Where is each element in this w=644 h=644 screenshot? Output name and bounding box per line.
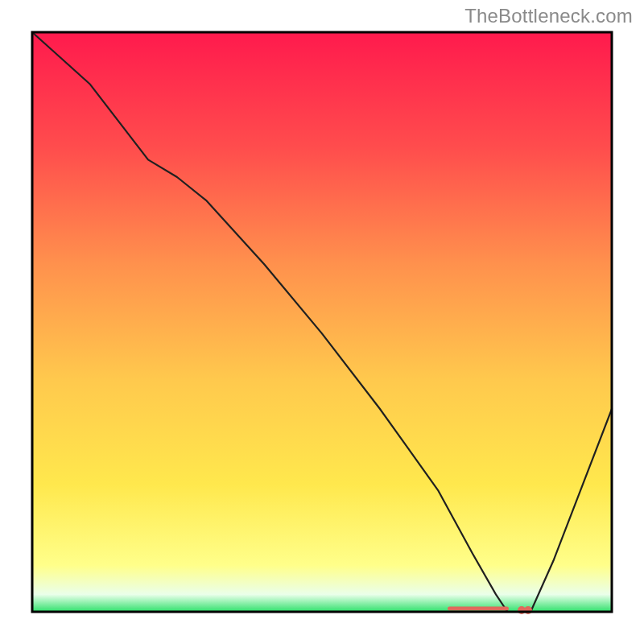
watermark: TheBottleneck.com [464, 5, 633, 27]
valley-bar [448, 607, 509, 611]
gradient-bg [32, 32, 612, 612]
chart-svg [0, 0, 644, 644]
chart-container: { "watermark": "TheBottleneck.com", "plo… [0, 0, 644, 644]
plot-area [32, 32, 612, 614]
